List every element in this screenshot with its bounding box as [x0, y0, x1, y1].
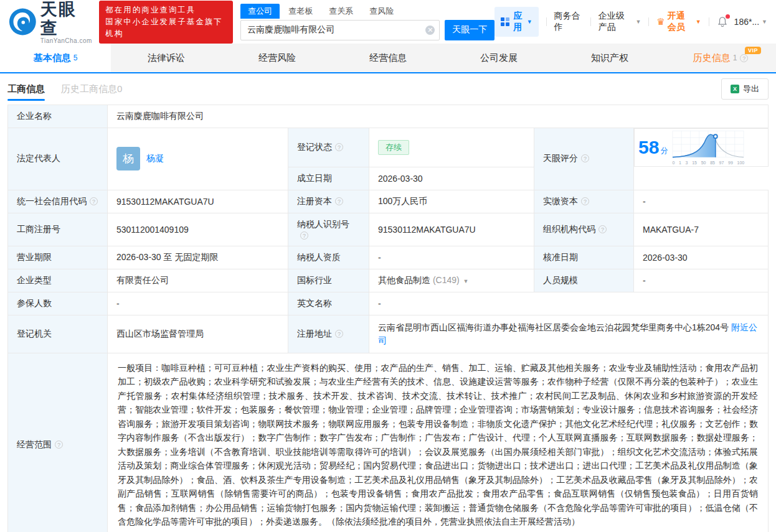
- excel-icon: X: [731, 85, 739, 93]
- search-area: 查公司 查老板 查关系 查风险 ✕ 天眼一下: [240, 4, 494, 40]
- paid-capital-value: -: [634, 190, 769, 213]
- tab-operation-risk[interactable]: 经营风险: [222, 44, 333, 72]
- tab-intellectual-property[interactable]: 知识产权: [554, 44, 665, 72]
- enterprise-products-menu[interactable]: 企业级产品 ▼: [599, 11, 641, 33]
- chevron-down-icon: ▼: [696, 19, 701, 25]
- tab-label: 历史信息: [693, 52, 731, 64]
- business-term-label: 营业期限: [8, 246, 108, 269]
- credit-code-value: 91530112MAKATGUA7U: [108, 190, 288, 213]
- score-unit: 分: [660, 146, 668, 156]
- org-code-label: 组织机构代码: [543, 224, 595, 234]
- clear-icon[interactable]: ✕: [425, 26, 435, 35]
- help-icon[interactable]: ?: [740, 54, 748, 62]
- help-icon[interactable]: ?: [335, 330, 343, 338]
- subtab-business-info[interactable]: 工商信息: [7, 75, 45, 103]
- tab-company-development[interactable]: 公司发展: [443, 44, 554, 72]
- divider: [648, 17, 649, 26]
- company-type-label: 企业类型: [8, 269, 108, 292]
- business-scope-value: 一般项目：咖啡豆种植；可可豆种植；农业生产资料的购买、使用；农产品的生产、销售、…: [108, 353, 769, 532]
- apps-menu[interactable]: 应用 ▼: [494, 7, 538, 37]
- search-tab-boss[interactable]: 查老板: [288, 4, 313, 19]
- org-code-label-cell: 组织机构代码?: [534, 213, 634, 246]
- logo-domain: TianYanCha.com: [40, 37, 93, 44]
- status-badge: 存续: [378, 140, 409, 155]
- tab-label: 经营信息: [369, 52, 407, 64]
- legal-rep-link[interactable]: 杨凝: [146, 153, 164, 164]
- open-vip-label: 开通会员: [668, 11, 693, 33]
- search-box: ✕: [240, 20, 440, 40]
- score-cell[interactable]: 58 分: [634, 128, 769, 167]
- tab-label: 知识产权: [591, 52, 628, 64]
- logo-icon: [9, 7, 37, 36]
- table-row: 营业期限 2026-03-30 至 无固定期限 纳税人资质 - 核准日期 202…: [8, 246, 769, 269]
- search-button[interactable]: 天眼一下: [445, 20, 494, 40]
- tab-count: 5: [73, 54, 78, 62]
- chevron-down-icon: ▼: [762, 19, 767, 25]
- business-cooperation-link[interactable]: 商务合作: [554, 11, 583, 33]
- company-type-value: 有限责任公司: [108, 269, 288, 292]
- company-nav-tabs: 基本信息 5 法律诉讼 经营风险 经营信息 公司发展 知识产权 VIP 历史信息…: [0, 44, 776, 73]
- reg-address-label-cell: 注册地址?: [288, 315, 369, 353]
- search-row: ✕ 天眼一下: [240, 20, 494, 40]
- crown-icon: ♛: [656, 16, 665, 27]
- export-button[interactable]: X 导出: [721, 78, 769, 100]
- help-icon[interactable]: ?: [581, 197, 589, 205]
- chevron-down-icon[interactable]: ▼: [463, 278, 469, 284]
- legal-rep-label: 法定代表人: [8, 128, 108, 190]
- reg-address-value: 云南省昆明市西山区福海街道办事处福海社区居委会金地云泊花园梵华里商务中心1栋20…: [378, 322, 729, 332]
- help-icon[interactable]: ?: [335, 143, 343, 151]
- tab-legal-lawsuits[interactable]: 法律诉讼: [111, 44, 222, 72]
- help-icon[interactable]: ?: [581, 154, 589, 162]
- industry-value: 其他食品制造: [378, 275, 430, 285]
- business-term-value: 2026-03-30 至 无固定期限: [108, 246, 288, 269]
- help-icon[interactable]: ?: [335, 197, 343, 205]
- top-right-nav: 应用 ▼ 商务合作 企业级产品 ▼ ♛ 开通会员 ▼: [494, 7, 767, 37]
- table-row: 经营范围? 一般项目：咖啡豆种植；可可豆种植；农业生产资料的购买、使用；农产品的…: [8, 353, 769, 532]
- subtabs-row: 工商信息 历史工商信息0 X 导出: [7, 73, 769, 105]
- search-input[interactable]: [240, 20, 440, 40]
- reg-capital-value: 100万人民币: [369, 190, 534, 213]
- apps-grid-icon: [501, 17, 509, 26]
- help-icon[interactable]: ?: [90, 197, 98, 205]
- company-name-value: 云南麋鹿咖啡有限公司: [108, 105, 769, 128]
- page: 天眼查 TianYanCha.com 都在用的商业查询工具 国家中小企业发展子基…: [0, 0, 776, 532]
- score-label: 天眼评分: [543, 153, 578, 163]
- divider: [709, 17, 709, 26]
- notification-bell[interactable]: [717, 16, 728, 27]
- promo-banner: 都在用的商业查询工具 国家中小企业发展子基金旗下机构: [99, 1, 233, 44]
- tab-history-info[interactable]: VIP 历史信息 1 ?: [665, 44, 776, 72]
- help-icon[interactable]: ?: [55, 441, 63, 449]
- help-icon[interactable]: ?: [599, 225, 607, 233]
- avatar[interactable]: 杨: [116, 147, 140, 170]
- tab-label: 基本信息: [34, 52, 71, 64]
- industry-value-cell[interactable]: 其他食品制造 (C149) ▼: [369, 269, 534, 292]
- promo-line2: 国家中小企业发展子基金旗下机构: [105, 16, 227, 40]
- taxpayer-id-value: 91530112MAKATGUA7U: [369, 213, 534, 246]
- tianyancha-logo[interactable]: 天眼查 TianYanCha.com: [9, 0, 93, 44]
- subtab-history-business-info[interactable]: 历史工商信息0: [61, 75, 122, 103]
- search-tabs: 查公司 查老板 查关系 查风险: [240, 4, 494, 19]
- reg-status-value-cell: 存续: [369, 128, 534, 167]
- chevron-down-icon: ▼: [636, 19, 641, 25]
- approval-date-value: 2026-03-30: [634, 246, 769, 269]
- search-tab-company[interactable]: 查公司: [240, 4, 280, 19]
- help-icon[interactable]: ?: [300, 231, 308, 240]
- legal-rep-cell: 杨 杨凝: [108, 128, 288, 190]
- english-name-label: 英文名称: [288, 292, 369, 315]
- taxpayer-quality-value: -: [369, 246, 534, 269]
- tab-operation-info[interactable]: 经营信息: [333, 44, 443, 72]
- tab-basic-info[interactable]: 基本信息 5: [0, 44, 111, 72]
- tab-label: 法律诉讼: [148, 52, 185, 64]
- reg-status-label: 登记状态: [297, 142, 332, 152]
- score-curve-chart: 0131550859799100: [671, 130, 745, 165]
- business-scope-label: 经营范围: [17, 439, 52, 449]
- search-tab-risk[interactable]: 查风险: [369, 4, 394, 19]
- paid-capital-label-cell: 实缴资本?: [534, 190, 634, 213]
- account-menu[interactable]: 186*... ▼: [734, 17, 767, 27]
- enterprise-products-label: 企业级产品: [599, 11, 633, 33]
- search-tab-relation[interactable]: 查关系: [329, 4, 353, 19]
- open-vip-menu[interactable]: ♛ 开通会员 ▼: [656, 11, 701, 33]
- business-info-table: 企业名称 云南麋鹿咖啡有限公司 法定代表人 杨 杨凝 登记状态? 存续: [7, 105, 769, 532]
- divider: [546, 17, 547, 26]
- table-row: 法定代表人 杨 杨凝 登记状态? 存续 天眼评分? 58: [8, 128, 769, 167]
